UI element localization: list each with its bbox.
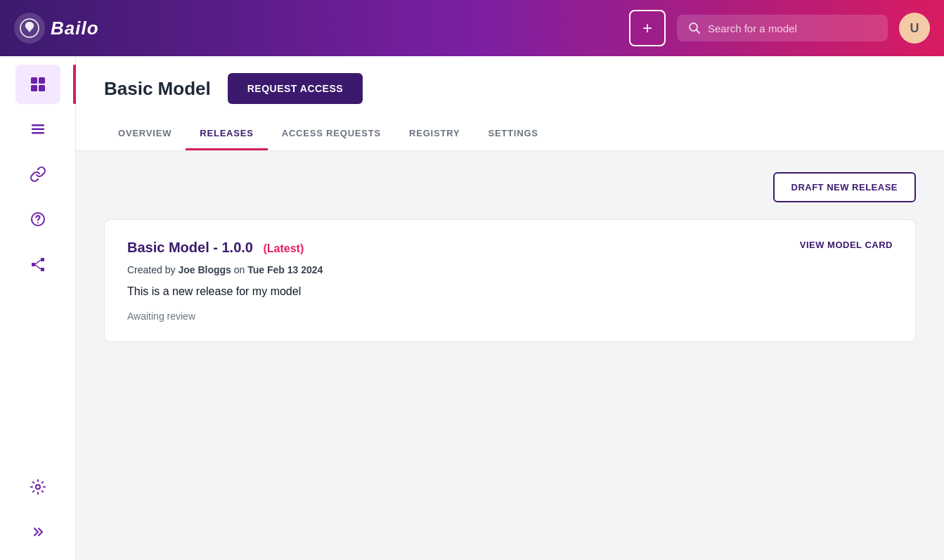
release-date: Tue Feb 13 2024 [247, 264, 323, 275]
main-layout: Basic Model REQUEST ACCESS OVERVIEW RELE… [0, 56, 944, 560]
content-body: DRAFT NEW RELEASE Basic Model - 1.0.0 (L… [76, 151, 944, 363]
sidebar-item-list[interactable] [15, 110, 60, 149]
svg-rect-12 [32, 263, 35, 266]
svg-rect-6 [39, 85, 45, 91]
svg-rect-8 [32, 129, 44, 131]
sidebar [0, 56, 76, 560]
release-card: Basic Model - 1.0.0 (Latest) VIEW MODEL … [104, 219, 916, 342]
svg-rect-13 [41, 258, 44, 261]
sidebar-item-expand[interactable] [15, 512, 60, 552]
svg-rect-14 [41, 268, 44, 271]
content: Basic Model REQUEST ACCESS OVERVIEW RELE… [76, 56, 944, 560]
tab-releases[interactable]: RELEASES [186, 118, 267, 150]
search-icon [688, 22, 701, 34]
svg-line-15 [35, 260, 41, 264]
svg-line-16 [35, 265, 41, 269]
tab-settings[interactable]: SETTINGS [474, 118, 552, 150]
svg-rect-7 [32, 124, 44, 126]
draft-new-release-button[interactable]: DRAFT NEW RELEASE [773, 172, 917, 202]
page-title: Basic Model [104, 78, 211, 100]
release-title: Basic Model - 1.0.0 [127, 240, 253, 255]
svg-point-11 [37, 222, 39, 223]
logo-icon [14, 13, 45, 44]
release-latest-badge: (Latest) [263, 242, 304, 254]
user-avatar[interactable]: U [899, 13, 930, 44]
request-access-button[interactable]: REQUEST ACCESS [228, 73, 363, 104]
release-meta: Created by Joe Bloggs on Tue Feb 13 2024 [127, 264, 893, 275]
sidebar-item-workflow[interactable] [15, 245, 60, 284]
search-bar[interactable]: Search for a model [677, 15, 888, 41]
sidebar-item-settings[interactable] [15, 467, 60, 507]
add-button[interactable]: + [629, 10, 666, 46]
search-placeholder: Search for a model [708, 22, 797, 34]
page-title-row: Basic Model REQUEST ACCESS [104, 73, 916, 104]
draft-btn-row: DRAFT NEW RELEASE [104, 172, 916, 202]
tab-overview[interactable]: OVERVIEW [104, 118, 186, 150]
logo-area: Bailo [14, 13, 618, 44]
tab-registry[interactable]: REGISTRY [395, 118, 474, 150]
svg-rect-4 [39, 77, 45, 84]
release-card-header: Basic Model - 1.0.0 (Latest) VIEW MODEL … [127, 240, 893, 256]
release-author: Joe Bloggs [178, 264, 231, 275]
logo-text: Bailo [51, 18, 99, 39]
tabs: OVERVIEW RELEASES ACCESS REQUESTS REGIST… [104, 118, 916, 150]
svg-line-2 [697, 30, 700, 34]
release-title-area: Basic Model - 1.0.0 (Latest) [127, 240, 304, 256]
tab-access-requests[interactable]: ACCESS REQUESTS [268, 118, 395, 150]
svg-rect-3 [31, 77, 37, 84]
sidebar-item-link[interactable] [15, 155, 60, 194]
release-description: This is a new release for my model [127, 285, 893, 298]
sidebar-item-dashboard[interactable] [15, 65, 60, 104]
header: Bailo + Search for a model U [0, 0, 944, 56]
svg-rect-5 [31, 85, 37, 91]
release-status: Awaiting review [127, 311, 893, 322]
sidebar-item-help[interactable] [15, 200, 60, 239]
svg-rect-9 [32, 132, 44, 134]
page-header: Basic Model REQUEST ACCESS OVERVIEW RELE… [76, 56, 944, 151]
view-model-card-button[interactable]: VIEW MODEL CARD [800, 240, 893, 250]
svg-point-17 [36, 485, 40, 489]
